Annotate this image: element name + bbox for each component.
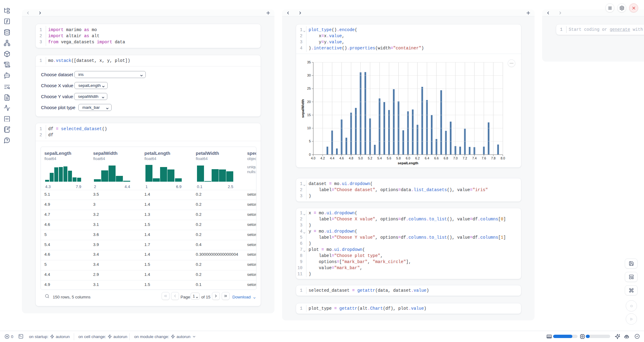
svg-text:7.4: 7.4 <box>472 156 477 160</box>
svg-text:6.2: 6.2 <box>415 156 420 160</box>
svg-text:5: 5 <box>309 139 311 143</box>
svg-text:sepalLength: sepalLength <box>398 161 418 165</box>
svg-text:5.4: 5.4 <box>377 156 382 160</box>
svg-text:6.8: 6.8 <box>444 156 448 160</box>
svg-text:7.6: 7.6 <box>481 156 486 160</box>
svg-text:0: 0 <box>309 153 311 156</box>
svg-text:7.0: 7.0 <box>453 156 458 160</box>
svg-text:7.2: 7.2 <box>463 156 467 160</box>
svg-text:5.6: 5.6 <box>387 156 391 160</box>
svg-text:20: 20 <box>307 100 311 104</box>
svg-text:4.6: 4.6 <box>339 156 344 160</box>
svg-text:10: 10 <box>307 126 311 130</box>
svg-text:6.4: 6.4 <box>425 156 429 160</box>
svg-text:7.8: 7.8 <box>491 156 496 160</box>
svg-text:6.0: 6.0 <box>406 156 410 160</box>
svg-text:4.4: 4.4 <box>330 156 335 160</box>
svg-text:sepalWidth: sepalWidth <box>301 99 305 118</box>
svg-text:30: 30 <box>307 73 311 77</box>
svg-text:4.0: 4.0 <box>311 156 316 160</box>
svg-text:5.2: 5.2 <box>368 156 372 160</box>
svg-text:8.0: 8.0 <box>501 156 505 160</box>
svg-text:25: 25 <box>307 87 311 90</box>
svg-text:4.2: 4.2 <box>320 156 325 160</box>
svg-text:5.8: 5.8 <box>396 156 401 160</box>
svg-text:4.8: 4.8 <box>349 156 353 160</box>
svg-text:35: 35 <box>307 60 311 64</box>
svg-text:6.6: 6.6 <box>434 156 439 160</box>
svg-text:15: 15 <box>307 113 311 117</box>
svg-text:5.0: 5.0 <box>358 156 363 160</box>
